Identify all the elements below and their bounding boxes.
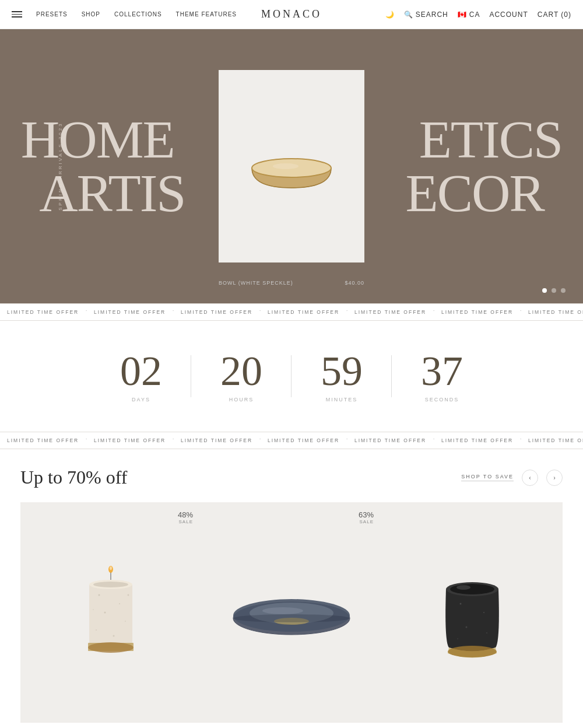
nav-shop[interactable]: SHOP	[82, 11, 100, 18]
ticker-item: LIMITED TIME OFFER	[434, 438, 520, 443]
plate-image	[227, 575, 356, 650]
svg-point-26	[460, 603, 462, 605]
svg-point-11	[125, 621, 126, 622]
nav-left: PRESETS SHOP COLLECTIONS THEME FEATURES	[12, 11, 237, 18]
hero-product-price: $40.00	[345, 280, 364, 286]
product-card-cup[interactable]	[382, 502, 563, 723]
nav-brand-center: MONACO	[261, 8, 322, 20]
ticker-item: LIMITED TIME OFFER	[0, 438, 86, 443]
svg-point-15	[128, 594, 129, 596]
ticker-item: LIMITED TIME OFFER	[87, 438, 173, 443]
svg-point-30	[457, 638, 458, 639]
ticker-item: LIMITED TIME OFFER	[347, 438, 433, 443]
shop-to-save-link[interactable]: SHOP TO SAVE	[461, 474, 514, 481]
svg-point-18	[93, 582, 128, 587]
hero-product-info: BOWL (WHITE SPECKLE) $40.00	[219, 280, 364, 286]
cup-image	[431, 557, 513, 668]
ticker-scroll-1: LIMITED TIME OFFER • LIMITED TIME OFFER …	[0, 309, 583, 315]
sale-badge-1: 48% SALE	[178, 510, 193, 524]
brand-name: MONACO	[261, 8, 322, 20]
svg-point-2	[273, 163, 298, 169]
ticker-scroll-2: LIMITED TIME OFFER • LIMITED TIME OFFER …	[0, 438, 583, 443]
sale-word-1: SALE	[178, 519, 193, 524]
svg-point-12	[96, 629, 97, 631]
prev-arrow[interactable]: ‹	[522, 470, 538, 486]
ticker-item: LIMITED TIME OFFER	[174, 309, 259, 315]
hero-product-name: BOWL (WHITE SPECKLE)	[219, 280, 293, 286]
nav-theme-features[interactable]: THEME FEATURES	[176, 11, 237, 18]
cart-button[interactable]: CART (0)	[538, 10, 571, 19]
countdown-days-label: DAYS	[132, 397, 150, 402]
ticker-item: LIMITED TIME OFFER	[347, 309, 433, 315]
sale-pct-1: 48%	[178, 510, 193, 519]
sale-word-2: SALE	[359, 519, 374, 524]
svg-point-13	[113, 635, 115, 637]
region-selector[interactable]: 🇨🇦 CA	[458, 10, 480, 19]
hero-bowl-image	[245, 140, 338, 192]
hero-product-card[interactable]	[219, 70, 364, 262]
hero-section: SPRING ARRIVALS 2023 HOME ETICS ARTIS EC…	[0, 29, 583, 303]
countdown-seconds-number: 37	[421, 350, 463, 392]
svg-rect-7	[89, 584, 132, 648]
sale-badge-2: 63% SALE	[359, 510, 374, 524]
ticker-band-2: LIMITED TIME OFFER • LIMITED TIME OFFER …	[0, 432, 583, 449]
account-button[interactable]: ACCOUNT	[489, 10, 528, 19]
svg-point-14	[93, 609, 94, 610]
countdown-hours-label: HOURS	[229, 397, 254, 402]
ticker-item: LIMITED TIME OFFER	[521, 309, 583, 315]
nav-collections[interactable]: COLLECTIONS	[114, 11, 162, 18]
ticker-band-1: LIMITED TIME OFFER • LIMITED TIME OFFER …	[0, 303, 583, 321]
svg-point-27	[483, 612, 484, 613]
countdown-hours-number: 20	[220, 350, 262, 392]
ticker-item: LIMITED TIME OFFER	[174, 438, 259, 443]
hero-dot-2[interactable]	[552, 288, 556, 293]
sale-section: Up to 70% off SHOP TO SAVE ‹ › 48% SALE	[0, 449, 583, 728]
svg-point-33	[456, 585, 470, 590]
countdown-seconds-label: SECONDS	[425, 397, 459, 402]
svg-point-29	[486, 632, 487, 634]
countdown-minutes-label: MINUTES	[326, 397, 358, 402]
countdown-days: 02 DAYS	[91, 350, 191, 402]
product-card-candle[interactable]: 48% SALE	[20, 502, 201, 723]
svg-point-8	[99, 594, 100, 596]
countdown-section: 02 DAYS 20 HOURS 59 MINUTES 37 SECONDS	[0, 321, 583, 432]
svg-point-34	[448, 646, 497, 657]
svg-point-32	[450, 584, 494, 594]
theme-toggle[interactable]: 🌙	[385, 10, 395, 19]
svg-point-6	[110, 566, 112, 570]
sale-header-right: SHOP TO SAVE ‹ ›	[461, 470, 563, 486]
hero-dot-1[interactable]	[542, 288, 547, 293]
search-button[interactable]: 🔍 SEARCH	[404, 10, 448, 19]
ticker-item: LIMITED TIME OFFER	[0, 309, 86, 315]
ticker-item: LIMITED TIME OFFER	[434, 309, 520, 315]
navbar: PRESETS SHOP COLLECTIONS THEME FEATURES …	[0, 0, 583, 29]
product-card-plate[interactable]: 63% SALE	[201, 502, 382, 723]
svg-point-9	[119, 603, 120, 604]
nav-right: 🌙 🔍 SEARCH 🇨🇦 CA ACCOUNT CART (0)	[385, 10, 571, 19]
sale-header: Up to 70% off SHOP TO SAVE ‹ ›	[20, 467, 563, 488]
svg-point-23	[262, 607, 303, 614]
svg-point-25	[233, 614, 350, 622]
svg-point-28	[466, 626, 468, 628]
countdown-hours: 20 HOURS	[191, 350, 292, 402]
hero-dot-3[interactable]	[561, 288, 566, 293]
nav-presets[interactable]: PRESETS	[36, 11, 68, 18]
hamburger-menu[interactable]	[12, 11, 22, 18]
countdown-minutes: 59 MINUTES	[292, 350, 392, 402]
countdown-seconds: 37 SECONDS	[392, 350, 492, 402]
next-arrow[interactable]: ›	[546, 470, 563, 486]
ticker-item: LIMITED TIME OFFER	[521, 438, 583, 443]
sale-title: Up to 70% off	[20, 467, 127, 488]
svg-point-19	[88, 642, 134, 653]
svg-point-10	[104, 612, 106, 614]
ticker-item: LIMITED TIME OFFER	[261, 309, 346, 315]
hero-dots	[542, 288, 566, 293]
countdown-minutes-number: 59	[321, 350, 363, 392]
ticker-item: LIMITED TIME OFFER	[261, 438, 346, 443]
candle-image	[73, 554, 149, 671]
countdown-inner: 02 DAYS 20 HOURS 59 MINUTES 37 SECONDS	[91, 350, 492, 402]
product-grid: 48% SALE	[20, 502, 563, 723]
ticker-item: LIMITED TIME OFFER	[87, 309, 173, 315]
sale-pct-2: 63%	[359, 510, 374, 519]
countdown-days-number: 02	[120, 350, 162, 392]
